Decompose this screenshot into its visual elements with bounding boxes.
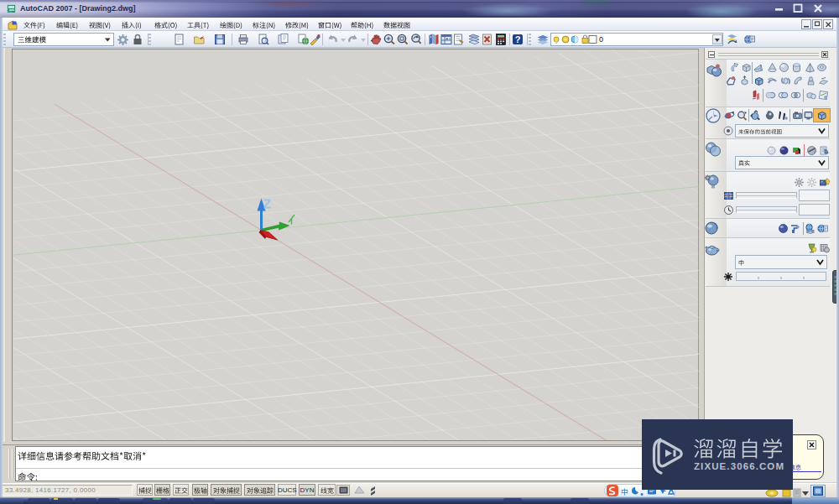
svg-text:?: ?	[515, 34, 521, 44]
